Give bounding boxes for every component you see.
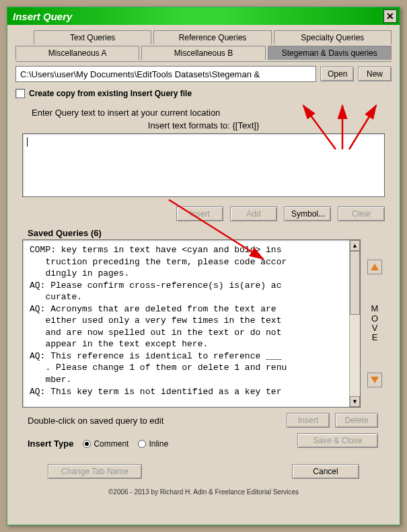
- radio-comment-label: Comment: [94, 439, 128, 449]
- triangle-up-icon: [371, 264, 379, 270]
- radio-dot-inline[interactable]: [138, 440, 146, 448]
- scroll-track[interactable]: [350, 251, 360, 396]
- triangle-down-icon: [371, 377, 379, 383]
- format-hint-label: Insert text formats to: {[Text]}: [15, 120, 392, 130]
- insert-type-label: Insert Type: [28, 439, 73, 449]
- tab-row-2: Miscellaneous A Miscellaneous B Stegeman…: [15, 46, 392, 60]
- new-button[interactable]: New: [358, 67, 392, 81]
- window-title: Insert Query: [13, 11, 383, 22]
- create-copy-row[interactable]: Create copy from existing Insert Query f…: [15, 89, 392, 98]
- enter-query-label: Enter Query text to insert at your curre…: [32, 108, 392, 118]
- dataset-path-input[interactable]: C:\Users\user\My Documents\EditTools Dat…: [15, 66, 316, 82]
- radio-inline-label: Inline: [149, 439, 168, 449]
- scroll-up-button[interactable]: ▲: [350, 240, 360, 251]
- query-text-input[interactable]: [22, 133, 385, 197]
- saved-queries-area: COMP: key terms in text have <cyan and b…: [22, 239, 385, 408]
- open-button[interactable]: Open: [320, 67, 354, 81]
- move-up-button[interactable]: [367, 260, 382, 274]
- create-copy-checkbox[interactable]: [15, 89, 25, 98]
- text-buttons: Insert Add Symbol... Clear: [22, 206, 385, 221]
- saved-queries-listbox[interactable]: COMP: key terms in text have <cyan and b…: [22, 239, 361, 408]
- tab-misc-b[interactable]: Miscellaneous B: [141, 46, 265, 60]
- radio-inline[interactable]: Inline: [138, 439, 168, 449]
- move-label: MOVE: [371, 304, 379, 342]
- create-copy-label: Create copy from existing Insert Query f…: [29, 89, 192, 98]
- close-icon: ✕: [386, 11, 394, 22]
- insert-query-window: Insert Query ✕ Text Queries Reference Qu…: [7, 7, 400, 525]
- tab-misc-a[interactable]: Miscellaneous A: [15, 46, 139, 60]
- list-scrollbar[interactable]: ▲ ▼: [349, 240, 360, 407]
- tab-text-queries[interactable]: Text Queries: [34, 30, 151, 44]
- add-button[interactable]: Add: [230, 206, 277, 221]
- insert-saved-button[interactable]: Insert: [287, 413, 330, 428]
- delete-button[interactable]: Delete: [335, 413, 378, 428]
- clear-button[interactable]: Clear: [338, 206, 385, 221]
- scroll-down-button[interactable]: ▼: [350, 396, 360, 407]
- radio-dot-comment[interactable]: [83, 440, 91, 448]
- path-row: C:\Users\user\My Documents\EditTools Dat…: [15, 66, 392, 82]
- list-action-buttons: Insert Delete: [287, 413, 378, 428]
- save-close-button[interactable]: Save & Close: [297, 433, 378, 448]
- tab-row-1: Text Queries Reference Queries Specialty…: [15, 30, 392, 44]
- cancel-button[interactable]: Cancel: [292, 464, 359, 479]
- tab-reference-queries[interactable]: Reference Queries: [153, 30, 271, 44]
- close-button[interactable]: ✕: [383, 9, 397, 23]
- tab-specialty-queries[interactable]: Specialty Queries: [274, 30, 392, 44]
- move-down-button[interactable]: [367, 373, 382, 387]
- radio-comment[interactable]: Comment: [83, 439, 128, 449]
- tab-stegeman-davis[interactable]: Stegeman & Davis queries: [268, 46, 392, 60]
- saved-queries-label: Saved Queries (6): [28, 228, 392, 238]
- insert-text-button[interactable]: Insert: [176, 206, 223, 221]
- text-caret: [27, 137, 28, 147]
- scroll-thumb[interactable]: [350, 251, 360, 315]
- move-column: MOVE: [365, 239, 385, 408]
- saved-queries-content[interactable]: COMP: key terms in text have <cyan and b…: [23, 240, 349, 407]
- svg-marker-1: [371, 377, 379, 383]
- window-body: Text Queries Reference Queries Specialty…: [7, 25, 400, 525]
- symbol-button[interactable]: Symbol...: [284, 206, 331, 221]
- bottom-row: Change Tab Name Cancel: [48, 464, 379, 479]
- titlebar: Insert Query ✕: [7, 7, 400, 25]
- svg-marker-0: [371, 264, 379, 270]
- copyright-text: ©2006 - 2013 by Richard H. Adin & Freela…: [15, 488, 392, 496]
- change-tab-name-button[interactable]: Change Tab Name: [48, 464, 142, 479]
